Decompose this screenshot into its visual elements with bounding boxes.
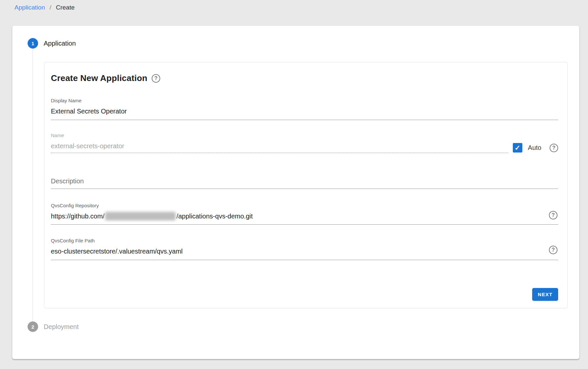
application-form-card: Create New Application ? Display Name Ex…	[44, 62, 568, 308]
breadcrumb: Application / Create	[0, 0, 588, 11]
repository-url-suffix: /applications-qvs-demo.git	[176, 212, 252, 220]
display-name-field[interactable]: Display Name External Secrets Operator	[51, 98, 558, 120]
form-title-help-icon[interactable]: ?	[152, 74, 160, 83]
qvsconfig-file-path-help-icon[interactable]: ?	[549, 246, 557, 254]
step-2-number-badge: 2	[28, 321, 38, 332]
name-field: Name external-secrets-operator	[51, 133, 508, 153]
name-label: Name	[51, 133, 508, 138]
form-title-row: Create New Application ?	[51, 73, 558, 83]
next-button[interactable]: NEXT	[532, 288, 558, 301]
qvsconfig-repository-label: QvsConfig Repository	[51, 203, 558, 208]
redacted-text	[105, 212, 176, 220]
step-2-label: Deployment	[44, 323, 79, 331]
display-name-input[interactable]: External Secrets Operator	[51, 107, 558, 115]
name-input: external-secrets-operator	[51, 142, 508, 150]
repository-url-prefix: https://github.com/	[51, 212, 104, 220]
breadcrumb-current-page: Create	[56, 4, 75, 11]
form-actions: NEXT	[51, 288, 558, 301]
qvsconfig-repository-input[interactable]: https://github.com/ /applications-qvs-de…	[51, 212, 558, 220]
step-1-content: Create New Application ? Display Name Ex…	[33, 49, 564, 321]
qvsconfig-repository-field[interactable]: QvsConfig Repository https://github.com/…	[51, 203, 558, 225]
checkmark-icon: ✓	[515, 144, 521, 152]
auto-checkbox[interactable]: ✓	[513, 143, 522, 153]
name-row: Name external-secrets-operator ✓ Auto ?	[51, 133, 558, 153]
form-title: Create New Application	[51, 73, 147, 83]
step-1-header[interactable]: 1 Application	[28, 38, 564, 49]
auto-checkbox-group: ✓ Auto ?	[513, 143, 558, 153]
description-input[interactable]: Description	[51, 177, 558, 185]
qvsconfig-repository-help-icon[interactable]: ?	[549, 211, 557, 219]
qvsconfig-file-path-input[interactable]: eso-clustersecretstore/.valuestream/qvs.…	[51, 247, 558, 255]
step-2-header[interactable]: 2 Deployment	[28, 321, 564, 332]
breadcrumb-application-link[interactable]: Application	[14, 4, 45, 11]
breadcrumb-separator: /	[50, 4, 51, 11]
auto-checkbox-label[interactable]: Auto	[528, 144, 541, 152]
qvsconfig-file-path-label: QvsConfig File Path	[51, 238, 558, 243]
auto-help-icon[interactable]: ?	[550, 144, 558, 152]
stepper-card: 1 Application Create New Application ? D…	[12, 26, 579, 359]
qvsconfig-file-path-field[interactable]: QvsConfig File Path eso-clustersecretsto…	[51, 238, 558, 260]
display-name-label: Display Name	[51, 98, 558, 103]
description-field[interactable]: Description	[51, 177, 558, 189]
step-1-label: Application	[44, 40, 76, 47]
step-1-number-badge: 1	[28, 38, 38, 49]
